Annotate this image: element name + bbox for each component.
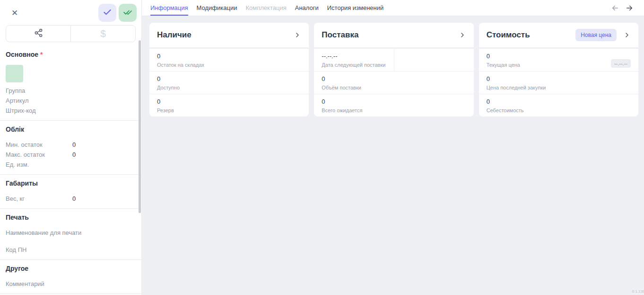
chevron-right-icon[interactable] bbox=[459, 31, 466, 39]
stat-row: --.--.-- Дата следующей поставки bbox=[314, 49, 473, 71]
supply-card-body: --.--.-- Дата следующей поставки 0 Объём… bbox=[314, 49, 473, 116]
chevron-right-icon[interactable] bbox=[623, 31, 631, 39]
max-stock-field[interactable]: Макс. остаток 0 bbox=[6, 150, 136, 160]
price-date-chip: --.--.-- bbox=[611, 59, 631, 68]
double-check-icon bbox=[122, 8, 133, 18]
weight-field[interactable]: Вес, кг 0 bbox=[6, 194, 136, 204]
save-and-close-button[interactable] bbox=[119, 4, 137, 22]
card-title: Поставка bbox=[322, 30, 358, 40]
stat-row: 0 Себестоимость bbox=[479, 94, 638, 116]
section-title-dimensions: Габариты bbox=[6, 179, 136, 188]
section-title-other: Другое bbox=[6, 265, 136, 273]
availability-card-header[interactable]: Наличие bbox=[149, 23, 309, 47]
main-area: Информация Модификации Комплектация Анал… bbox=[142, 0, 644, 295]
pn-code-field[interactable]: Код ПН bbox=[6, 245, 136, 255]
cost-card-header[interactable]: Стоимость Новая цена bbox=[479, 23, 638, 47]
barcode-field[interactable]: Штрих-код bbox=[6, 106, 136, 116]
group-field[interactable]: Группа bbox=[6, 86, 136, 96]
check-icon bbox=[103, 8, 112, 18]
section-main: Основное* Группа Артикул Штрих-код bbox=[0, 42, 141, 120]
comment-field[interactable]: Комментарий bbox=[6, 279, 136, 289]
arrow-left-icon[interactable] bbox=[610, 3, 620, 13]
sidebar-actions bbox=[98, 4, 137, 22]
tab-bundling: Комплектация bbox=[246, 0, 287, 16]
section-title-print: Печать bbox=[6, 214, 136, 222]
supply-card-header[interactable]: Поставка bbox=[314, 23, 473, 47]
print-name-field[interactable]: Наименование для печати bbox=[6, 228, 136, 238]
dollar-icon: $ bbox=[100, 28, 106, 39]
availability-card-body: 0 Остаток на складах 0 Доступно 0 Резерв bbox=[149, 49, 309, 116]
product-image-placeholder[interactable] bbox=[6, 65, 23, 82]
sidebar-toggle-group: $ bbox=[6, 25, 136, 42]
sku-field[interactable]: Артикул bbox=[6, 96, 136, 106]
stat-row: 0 Резерв bbox=[149, 94, 309, 116]
chevron-right-icon[interactable] bbox=[294, 31, 301, 39]
supply-card: Поставка --.--.-- Дата следующей поставк… bbox=[314, 23, 473, 116]
card-title: Наличие bbox=[157, 30, 191, 40]
availability-card: Наличие 0 Остаток на складах 0 Доступно bbox=[149, 23, 309, 116]
section-accounting: Облік Мин. остаток 0 Макс. остаток 0 Ед.… bbox=[0, 121, 141, 174]
cost-card-body: 0 Текущая цена --.--.-- 0 Цена последней… bbox=[479, 49, 638, 116]
tab-bar: Информация Модификации Комплектация Анал… bbox=[142, 0, 644, 16]
card-title: Стоимость bbox=[487, 30, 530, 40]
section-print: Печать Наименование для печати Код ПН bbox=[0, 209, 141, 259]
stat-row: 0 Всего ожидается bbox=[314, 94, 473, 116]
section-dimensions: Габариты Вес, кг 0 bbox=[0, 175, 141, 208]
save-button[interactable] bbox=[98, 4, 116, 22]
history-navigation bbox=[610, 0, 635, 16]
app-version: 0.1.1395 bbox=[632, 289, 644, 294]
tab-modifications[interactable]: Модификации bbox=[197, 0, 237, 16]
section-title-accounting: Облік bbox=[6, 125, 136, 134]
stat-row: 0 Остаток на складах bbox=[149, 49, 309, 71]
info-content: Наличие 0 Остаток на складах 0 Доступно bbox=[142, 16, 644, 295]
tab-analogs[interactable]: Аналоги bbox=[295, 0, 319, 16]
share-icon bbox=[34, 28, 43, 39]
min-stock-field[interactable]: Мин. остаток 0 bbox=[6, 140, 136, 150]
tab-information[interactable]: Информация bbox=[150, 0, 188, 16]
unit-field[interactable]: Ед. изм. bbox=[6, 160, 136, 170]
stat-row: 0 Доступно bbox=[149, 71, 309, 94]
price-button[interactable]: $ bbox=[71, 26, 135, 42]
tab-change-history[interactable]: История изменений bbox=[327, 0, 384, 16]
share-button[interactable] bbox=[6, 26, 71, 42]
close-icon[interactable]: ✕ bbox=[9, 7, 20, 19]
arrow-right-icon[interactable] bbox=[624, 3, 635, 13]
required-asterisk: * bbox=[40, 51, 43, 58]
section-title-main: Основное* bbox=[6, 51, 136, 59]
stat-row: 0 Текущая цена --.--.-- bbox=[479, 49, 638, 71]
section-other: Другое Комментарий bbox=[0, 260, 141, 294]
new-price-button[interactable]: Новая цена bbox=[575, 29, 617, 41]
cost-card: Стоимость Новая цена 0 Текущая цена --.-… bbox=[479, 23, 638, 116]
sidebar-topbar: ✕ bbox=[0, 0, 141, 24]
stat-row: 0 Цена последней закупки bbox=[479, 71, 638, 94]
product-sidebar: ✕ $ Основное* Гр bbox=[0, 0, 142, 295]
stat-row: 0 Объём поставки bbox=[314, 71, 473, 94]
empty-cell bbox=[394, 49, 474, 71]
sidebar-scrollbar[interactable] bbox=[139, 40, 141, 213]
